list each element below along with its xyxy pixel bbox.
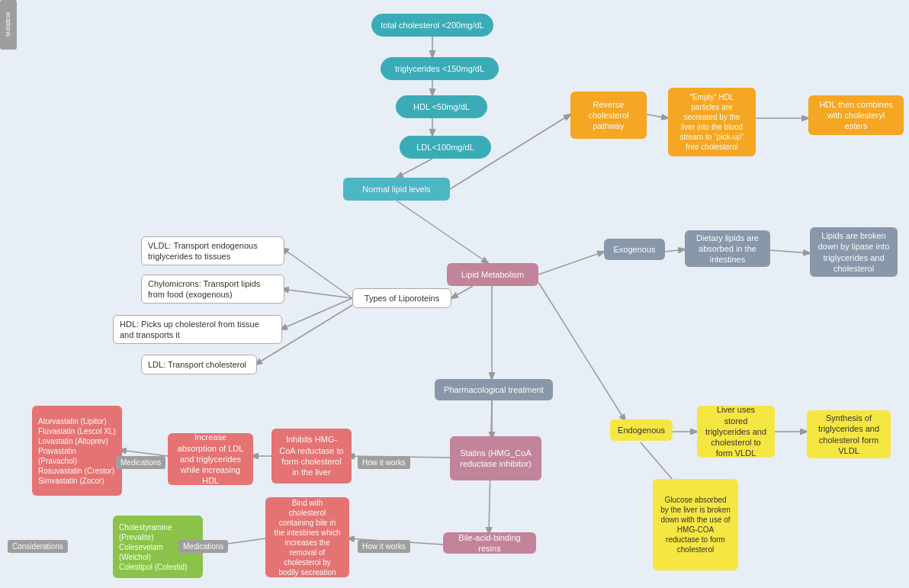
endogenous-node[interactable]: Endogenous — [610, 419, 673, 441]
exogenous-node[interactable]: Exogenous — [604, 239, 665, 260]
svg-line-12 — [282, 289, 352, 298]
glucose-absorbed-node[interactable]: Glucose absorbed by the liver is broken … — [653, 479, 738, 570]
svg-line-8 — [665, 249, 685, 252]
vldl-transport-node[interactable]: VLDL: Transport endogenous triglycerides… — [141, 236, 284, 265]
svg-line-3 — [397, 159, 432, 178]
ldl-node[interactable]: LDL<100mg/dL — [400, 136, 491, 159]
atorvastatin-node[interactable]: Atorvastatin (Lipitor) Fluvastatin (Lesc… — [32, 406, 122, 496]
svg-line-13 — [281, 298, 352, 329]
statins-node[interactable]: Statins (HMG_CoA reductase inhibitor) — [450, 436, 541, 480]
connections-svg — [0, 0, 909, 588]
diagram-container: erations total cholesterol <200mg/dL tri… — [0, 0, 909, 588]
lipids-broken-node[interactable]: Lipids are broken down by lipase into tr… — [810, 227, 898, 277]
chylomicrons-node[interactable]: Chylomicrons: Transport lipids from food… — [141, 275, 284, 304]
ldl-transport-node[interactable]: LDL: Transport cholesterol — [141, 355, 257, 374]
triglycerides-node[interactable]: triglycerides <150mg/dL — [381, 57, 499, 80]
synthesis-trig-node[interactable]: Synthesis of triglycerides and cholester… — [807, 410, 891, 458]
considerations-label: Considerations — [8, 540, 68, 553]
total-cholesterol-node[interactable]: total cholesterol <200mg/dL — [371, 14, 493, 37]
types-lipoproteins-node[interactable]: Types of Liporoteins — [352, 288, 451, 308]
increase-absorption-node[interactable]: Increase absorption of LDL and triglycer… — [168, 433, 253, 485]
bile-acid-node[interactable]: Bile-acid-binding resins — [443, 532, 536, 554]
svg-line-23 — [538, 282, 625, 421]
svg-line-10 — [451, 286, 473, 298]
pharmacological-node[interactable]: Pharmacological treatment — [435, 379, 553, 400]
iterations-label: erations — [0, 0, 17, 50]
inhibits-hmg-node[interactable]: Inhibits HMG-CoA reductase to form chole… — [271, 429, 352, 484]
svg-line-7 — [538, 252, 604, 275]
hdl-picks-node[interactable]: HDL: Picks up cholesterol from tissue an… — [113, 315, 282, 344]
medications-label-2: Medications — [178, 540, 228, 553]
dietary-lipids-node[interactable]: Dietary lipids are absorbed in the intes… — [685, 230, 770, 267]
svg-line-9 — [769, 250, 810, 253]
svg-line-19 — [120, 450, 168, 456]
svg-line-11 — [282, 248, 352, 298]
hdl-node[interactable]: HDL <50mg/dL — [396, 95, 487, 118]
svg-line-5 — [647, 114, 668, 118]
how-it-works-label-1: How it works — [358, 456, 410, 469]
empty-hdl-node[interactable]: "Empty" HDL particles are secreated by t… — [668, 88, 756, 156]
liver-stored-node[interactable]: Liver uses stored triglycerides and chol… — [697, 406, 775, 458]
how-it-works-label-2: How it works — [358, 540, 410, 553]
svg-line-4 — [397, 201, 488, 263]
reverse-cholesterol-node[interactable]: Reverse cholesterol pathway — [570, 92, 647, 139]
bind-cholesterol-node[interactable]: Bind with cholesterol containing bile in… — [265, 497, 349, 577]
hdl-combines-node[interactable]: HDL then combines with cholesteryl ester… — [808, 95, 904, 135]
normal-lipid-node[interactable]: Normal lipid levels — [343, 178, 450, 201]
lipid-metabolism-node[interactable]: Lipid Metabolism — [447, 263, 538, 286]
medications-label-1: Medications — [116, 456, 165, 469]
